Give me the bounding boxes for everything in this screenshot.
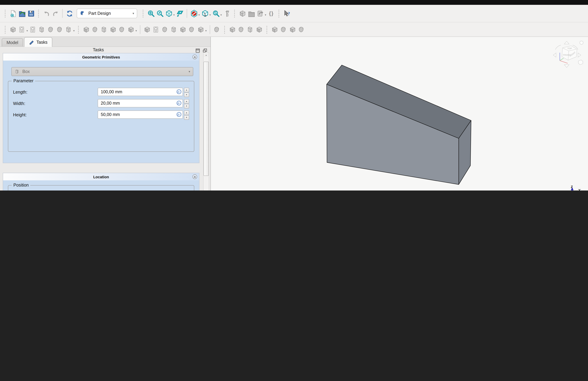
dock-tab-model[interactable]: Model (2, 38, 23, 46)
axis-cross: ZYX (563, 185, 585, 190)
main-area: ModelTasks Tasks Geometric PrimitivesBox… (0, 37, 588, 190)
height-field-label: Height: (13, 112, 27, 117)
multitransform-button[interactable] (297, 25, 306, 34)
subtractive-loft-button[interactable] (169, 25, 178, 34)
spin-up-icon[interactable]: ▲ (184, 88, 189, 92)
create-datum-line-button[interactable] (64, 25, 73, 34)
mirrored-button[interactable] (270, 25, 279, 34)
clone-button[interactable] (55, 25, 64, 34)
group-label: Parameter (12, 78, 35, 83)
spin-down-icon[interactable]: ▼ (184, 92, 189, 97)
expression-editor-icon[interactable]: fx (176, 100, 182, 106)
thickness-button[interactable] (255, 25, 264, 34)
polar-pattern-button[interactable] (288, 25, 297, 34)
pocket-button[interactable] (143, 25, 152, 34)
viewport-3d[interactable]: TOP FRONT RIGHT (211, 37, 588, 190)
subtractive-primitive-button[interactable] (196, 25, 205, 34)
measure-button[interactable] (223, 9, 231, 18)
save-icon (27, 9, 35, 17)
whats-this-button[interactable]: ? (282, 9, 291, 18)
open-file-button[interactable] (18, 9, 26, 18)
dropdown-arrow-icon[interactable]: ▾ (220, 13, 222, 16)
workbench-selector[interactable]: Part Design▾ (77, 9, 137, 18)
spin-up-icon[interactable]: ▲ (184, 110, 189, 115)
tasks-panel-titlebar: Tasks (0, 47, 210, 53)
draft-button[interactable] (246, 25, 255, 34)
zoom-refresh-button[interactable] (211, 9, 220, 18)
shapebinder-button[interactable] (46, 25, 55, 34)
thickness-icon (255, 26, 263, 33)
svg-text:fx: fx (178, 90, 180, 93)
export-button[interactable] (256, 9, 265, 18)
chamfer-button[interactable] (237, 25, 246, 34)
tasks-scrollbar-thumb[interactable] (204, 62, 209, 176)
selection-view-button[interactable] (200, 9, 210, 18)
create-sketch-icon (18, 26, 26, 33)
dock-overlay-button[interactable] (175, 9, 184, 18)
pad-button[interactable] (82, 25, 91, 34)
spin-down-icon[interactable]: ▼ (184, 104, 189, 108)
boolean-button[interactable] (212, 25, 221, 34)
additive-primitive-button[interactable] (126, 25, 135, 34)
box-primitive-icon (14, 69, 20, 74)
chevron-down-icon: ▾ (189, 70, 190, 73)
dropdown-arrow-icon[interactable]: ▾ (73, 29, 75, 32)
draw-style-button[interactable] (189, 9, 198, 18)
height-field[interactable]: 50,00 mmfx (98, 110, 183, 119)
dropdown-arrow-icon[interactable]: ▾ (265, 13, 266, 16)
redo-button[interactable] (51, 9, 60, 18)
subtractive-pipe-button[interactable] (178, 25, 188, 34)
linear-pattern-button[interactable] (279, 25, 288, 34)
dropdown-arrow-icon[interactable]: ▾ (205, 29, 207, 32)
spin-up-icon[interactable]: ▲ (184, 99, 189, 103)
toolbar-separator (62, 9, 63, 18)
window-chrome-strip (0, 0, 588, 5)
additive-pipe-button[interactable] (109, 25, 118, 34)
dropdown-arrow-icon[interactable]: ▾ (135, 29, 137, 32)
dropdown-arrow-icon[interactable]: ▾ (26, 29, 28, 32)
box-3d-model[interactable] (211, 37, 588, 190)
create-body-button[interactable] (9, 25, 18, 34)
dropdown-arrow-icon[interactable]: ▾ (173, 13, 175, 16)
save-button[interactable] (26, 9, 35, 18)
length-field[interactable]: 100,00 mmfx (98, 88, 183, 96)
macro-braces-button[interactable]: {} (267, 9, 276, 18)
width-field[interactable]: 20,00 mmfx (98, 99, 183, 107)
axonometric-view-button[interactable] (164, 9, 173, 18)
collapse-section-icon[interactable] (192, 174, 197, 179)
tasks-scrollbar[interactable]: ▲ ▼ (203, 52, 209, 190)
navigation-cube[interactable]: TOP FRONT RIGHT (549, 40, 584, 69)
new-file-button[interactable] (9, 9, 18, 18)
section-title: Geometric Primitives (82, 55, 120, 59)
fillet-icon (229, 26, 236, 33)
create-datum-button[interactable] (38, 25, 46, 34)
dropdown-arrow-icon[interactable]: ▾ (210, 13, 211, 16)
create-sketch-button[interactable] (18, 25, 26, 34)
spin-down-icon[interactable]: ▼ (184, 115, 189, 120)
scroll-up-icon[interactable]: ▲ (204, 53, 209, 57)
primitive-type-select[interactable]: Box▾ (11, 67, 193, 76)
zoom-selection-button[interactable] (155, 9, 164, 18)
group-folder-button[interactable] (247, 9, 256, 18)
groove-button[interactable] (161, 25, 169, 34)
part-button[interactable] (238, 9, 247, 18)
mdi-area: TOP FRONT RIGHT (210, 37, 588, 190)
fillet-button[interactable] (228, 25, 237, 34)
collapse-section-icon[interactable] (192, 54, 197, 60)
toolbar-drag-handle (4, 9, 6, 18)
subtractive-helix-button[interactable] (188, 25, 196, 34)
expression-editor-icon[interactable]: fx (176, 89, 182, 94)
toolbar-standard: Part Design▾▾▾▾▾▾{}? (0, 5, 588, 22)
revolve-button[interactable] (91, 25, 100, 34)
undo-button[interactable] (42, 9, 51, 18)
subtractive-helix-icon (188, 26, 196, 33)
additive-loft-button[interactable] (100, 25, 109, 34)
refresh-button[interactable] (65, 9, 74, 18)
zoom-fit-button[interactable] (147, 9, 155, 18)
expression-editor-icon[interactable]: fx (176, 112, 182, 117)
dock-tab-tasks[interactable]: Tasks (24, 37, 52, 47)
validate-sketch-button[interactable] (29, 25, 38, 34)
hole-button[interactable] (152, 25, 161, 34)
additive-helix-button[interactable] (118, 25, 126, 34)
dropdown-arrow-icon[interactable]: ▾ (198, 13, 200, 16)
